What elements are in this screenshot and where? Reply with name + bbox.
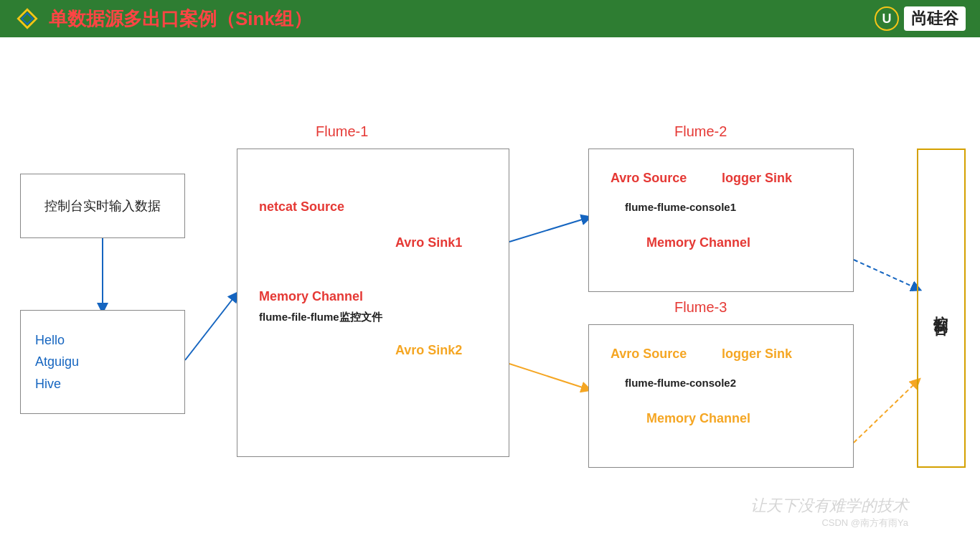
flume2-title: Flume-2	[674, 123, 727, 140]
avro-sink1-label: Avro Sink1	[395, 235, 462, 250]
diagram-canvas: 控制台实时输入数据 Hello Atguigu Hive Flume-1 net…	[0, 37, 980, 551]
output-data-box: Hello Atguigu Hive	[20, 310, 185, 414]
watermark-sub: CSDN @南方有雨Ya	[750, 517, 908, 529]
svg-line-8	[509, 218, 587, 242]
brand-logo: U 尚硅谷	[874, 6, 966, 32]
flume1-title: Flume-1	[316, 123, 368, 140]
brand-name: 尚硅谷	[904, 6, 966, 31]
output-line-3: Hive	[35, 373, 61, 395]
netcat-source-label: netcat Source	[259, 199, 344, 215]
flume3-logger-sink: logger Sink	[722, 347, 792, 362]
flume2-box: Avro Source logger Sink flume-flume-cons…	[588, 149, 854, 292]
file-label: flume-file-flume监控文件	[259, 311, 382, 324]
svg-line-10	[509, 364, 587, 389]
flume2-logger-sink: logger Sink	[722, 171, 792, 186]
input-data-box: 控制台实时输入数据	[20, 174, 185, 238]
watermark: 让天下没有难学的技术 CSDN @南方有雨Ya	[750, 495, 908, 529]
control-box: 控制台	[917, 149, 966, 468]
flume3-title: Flume-3	[674, 299, 727, 316]
header-left: 单数据源多出口案例（Sink组）	[14, 6, 312, 32]
output-line-2: Atguigu	[35, 351, 79, 373]
svg-text:U: U	[882, 11, 892, 26]
header: 单数据源多出口案例（Sink组） U 尚硅谷	[0, 0, 980, 37]
flume1-box: netcat Source Memory Channel flume-file-…	[237, 149, 509, 457]
flume3-memory-channel: Memory Channel	[646, 411, 750, 426]
memory-channel-label: Memory Channel	[259, 289, 363, 304]
flume2-avro-source: Avro Source	[611, 171, 687, 186]
flume2-memory-channel: Memory Channel	[646, 235, 750, 250]
flume3-box: Avro Source logger Sink flume-flume-cons…	[588, 324, 854, 468]
page-title: 单数据源多出口案例（Sink组）	[49, 6, 312, 32]
logo-icon	[14, 6, 40, 32]
control-box-label: 控制台	[932, 304, 951, 313]
output-line-1: Hello	[35, 329, 65, 352]
svg-line-9	[854, 260, 917, 288]
svg-line-5	[185, 296, 235, 360]
svg-rect-1	[22, 13, 32, 24]
flume2-console-label: flume-flume-console1	[625, 201, 736, 213]
flume3-avro-source: Avro Source	[611, 347, 687, 362]
svg-line-11	[854, 382, 917, 443]
input-data-label: 控制台实时输入数据	[44, 197, 161, 215]
watermark-main: 让天下没有难学的技术	[750, 495, 908, 517]
avro-sink2-label: Avro Sink2	[395, 343, 462, 358]
brand-icon: U	[874, 6, 900, 32]
flume3-console-label: flume-flume-console2	[625, 377, 736, 389]
